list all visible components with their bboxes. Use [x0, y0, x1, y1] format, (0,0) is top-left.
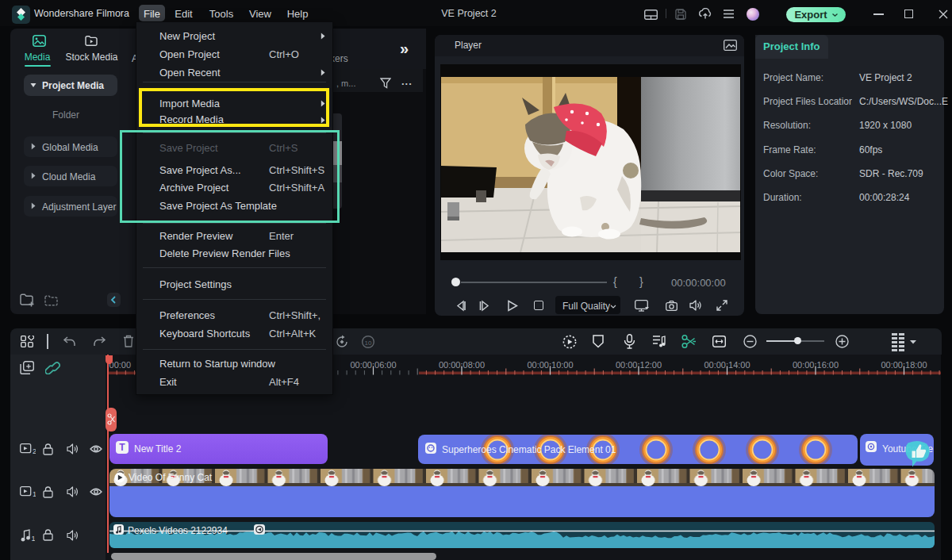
- svg-text:10: 10: [365, 339, 372, 347]
- svg-text:00:00:16:00: 00:00:16:00: [793, 360, 839, 370]
- svg-text:00:00:14:00: 00:00:14:00: [704, 360, 750, 370]
- svg-text:Video Of Funny Cat: Video Of Funny Cat: [129, 472, 213, 483]
- svg-text:Pexels Videos 2122934: Pexels Videos 2122934: [128, 525, 228, 536]
- svg-text:1: 1: [32, 535, 36, 543]
- svg-text:00:00:18:00: 00:00:18:00: [881, 360, 927, 370]
- svg-text:2: 2: [33, 447, 36, 455]
- svg-text:00:00:10:00: 00:00:10:00: [527, 360, 573, 370]
- svg-text:00:00:12:00: 00:00:12:00: [616, 360, 662, 370]
- svg-text:1: 1: [33, 490, 36, 498]
- svg-text:00:00:08:00: 00:00:08:00: [439, 360, 485, 370]
- svg-text:00:00:06:00: 00:00:06:00: [350, 360, 396, 370]
